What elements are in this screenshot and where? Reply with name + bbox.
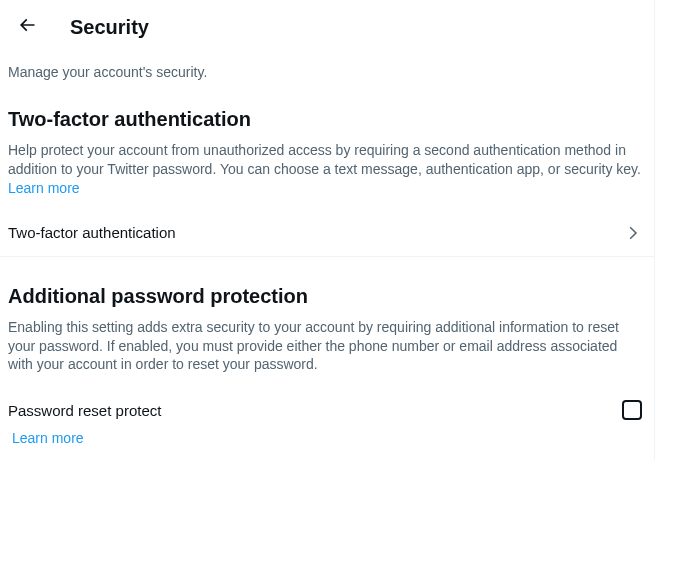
password-reset-protect-checkbox[interactable] — [622, 400, 642, 420]
two-factor-row[interactable]: Two-factor authentication — [0, 210, 654, 257]
password-reset-protect-label: Password reset protect — [8, 402, 161, 419]
page-subtitle: Manage your account's security. — [0, 54, 654, 98]
section-desc-2fa: Help protect your account from unauthori… — [0, 135, 654, 210]
back-button[interactable] — [10, 10, 44, 44]
section-title-addprot: Additional password protection — [0, 275, 654, 312]
learn-more-2fa-link[interactable]: Learn more — [8, 180, 80, 196]
section-title-2fa: Two-factor authentication — [0, 98, 654, 135]
arrow-left-icon — [17, 15, 37, 39]
password-reset-protect-row: Password reset protect — [0, 386, 654, 426]
page-title: Security — [70, 16, 149, 39]
learn-more-addprot-link[interactable]: Learn more — [12, 430, 84, 446]
section-desc-addprot: Enabling this setting adds extra securit… — [0, 312, 654, 387]
section-desc-2fa-text: Help protect your account from unauthori… — [8, 142, 641, 177]
chevron-right-icon — [624, 224, 642, 242]
page-header: Security — [0, 0, 654, 54]
two-factor-row-label: Two-factor authentication — [8, 224, 176, 241]
learn-more-addprot-container: Learn more — [0, 426, 654, 460]
